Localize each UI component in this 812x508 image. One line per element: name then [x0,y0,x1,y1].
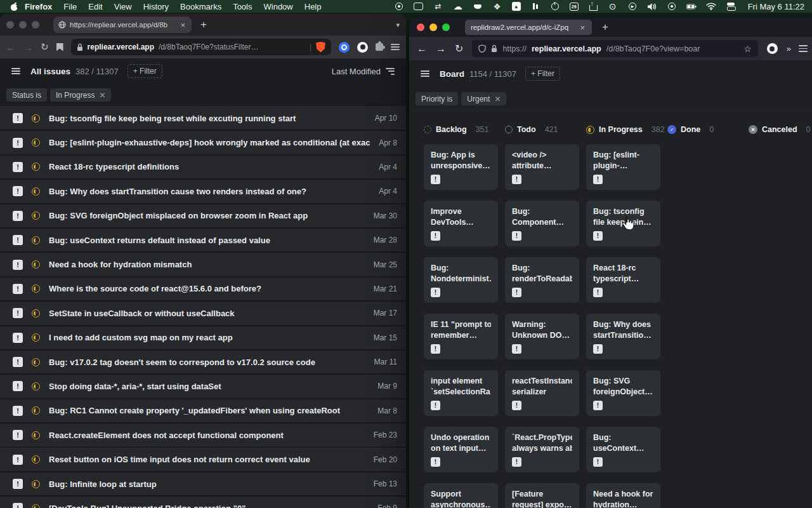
board-card[interactable]: Bug: Why doesstartTransitio… [586,314,660,359]
remove-filter-icon[interactable]: ✕ [494,95,501,104]
issue-row[interactable]: Reset button on iOS time input does not … [0,448,406,472]
forward-button[interactable]: → [23,42,33,53]
menu-bookmarks[interactable]: Bookmarks [174,2,227,11]
menu-help[interactable]: Help [299,2,327,11]
board-card[interactable]: ImproveDevTools… [424,201,498,246]
issue-row[interactable]: Bug: SVG foreignObject misplaced on brow… [0,204,406,229]
board-card[interactable]: Bug:Component… [505,201,579,246]
traffic-lights-active[interactable] [417,23,450,31]
github-extension-icon[interactable] [357,42,368,53]
board-card-hovered[interactable]: Bug: tsconfigfile keep bein… [586,201,660,246]
browser-tab-right[interactable]: replidraw2.vercel.app/d/c-iZpq × [465,20,592,35]
menu-tools[interactable]: Tools [227,2,258,11]
docker-icon[interactable] [473,1,483,11]
brave-shield-icon[interactable] [316,42,325,53]
issue-row[interactable]: Bug: useContext returns default instead … [0,229,406,253]
back-button[interactable]: ← [6,42,16,53]
browser-tab-left[interactable]: https://repliear.vercel.app/d/8b × [53,17,192,33]
extensions-puzzle-icon[interactable] [376,43,383,51]
menu-view[interactable]: View [108,2,138,11]
issue-row[interactable]: Bug: v17.0.2 tag doesn't seem to corresp… [0,351,406,375]
reload-button[interactable]: ↻ [455,43,463,55]
forward-button[interactable]: → [436,43,446,55]
board-card[interactable]: Warning:Unknown DO… [505,314,579,359]
power-icon[interactable] [608,1,618,11]
issue-row[interactable]: Bug: Infinite loop at startupFeb 13 [0,472,406,497]
issue-row[interactable]: [DevTools Bug] Unsupported Bridge operat… [0,497,406,508]
github-account-icon[interactable] [767,43,778,54]
board-card[interactable]: Undo operationon text input… [424,427,498,472]
filter-value-chip[interactable]: In Progress ✕ [50,88,111,102]
bookmark-star-icon[interactable]: ☆ [743,44,752,54]
board-card[interactable]: [Featurerequest] expo… [505,483,579,508]
board-card[interactable]: Bug:useContext… [586,427,660,472]
browser-menu-icon[interactable] [391,44,400,50]
add-filter-button[interactable]: + Filter [128,64,162,78]
issue-row[interactable]: React.createElement does not accept func… [0,424,406,448]
dropbox-icon[interactable] [492,1,502,11]
issue-row[interactable]: Bug: Why does startTransition cause two … [0,180,406,204]
issue-row[interactable]: Stop doing data-*, aria-*, start using d… [0,375,406,399]
board-card[interactable]: React 18-rctypescript… [586,257,660,303]
add-filter-button[interactable]: + Filter [525,67,560,81]
board-card[interactable]: Need a hook forhydration… [586,483,660,508]
issue-row[interactable]: React 18-rc typescript definitionsApr 4 [0,156,406,180]
battery-icon[interactable] [686,1,697,11]
issue-row[interactable]: Where is the source code of react@15.6.0… [0,277,406,302]
reload-button[interactable]: ↻ [41,41,49,53]
traffic-lights-inactive[interactable] [6,21,39,29]
app-sidebar-toggle-icon[interactable] [421,70,429,77]
record-icon[interactable] [394,1,404,11]
board-card[interactable]: Bug: [eslint-plugin-… [586,144,660,190]
bookmark-icon[interactable] [56,43,63,51]
new-tab-button[interactable]: + [598,21,612,34]
user-circle-icon[interactable] [667,1,677,11]
menu-bar-clock[interactable]: Fri May 6 11:22 [748,2,804,11]
board-card[interactable]: reactTestInstancserializer [505,370,579,416]
calendar-icon[interactable]: 29 [570,3,579,11]
stats-bars-icon[interactable] [530,1,540,11]
power-circle-icon[interactable] [550,1,560,11]
tab-close-icon[interactable]: × [579,23,586,32]
board-card[interactable]: Bug:Nondeterminist… [424,257,498,303]
issue-row[interactable]: Need a hook for hydration mismatchMar 25 [0,253,406,277]
menu-firefox[interactable]: Firefox [19,2,58,11]
app-sidebar-toggle-icon[interactable] [11,68,20,74]
board-card[interactable]: Supportasynchronous… [424,483,498,508]
issue-row[interactable]: Bug: [eslint-plugin-exhaustive-deps] hoo… [0,131,406,155]
issue-row[interactable]: I need to add custom svg map on my react… [0,326,406,351]
wifi-icon[interactable] [706,1,716,11]
sort-icon[interactable] [386,68,395,75]
board-card[interactable]: Bug: App isunresponsive… [424,144,498,190]
share-icon[interactable] [588,1,598,11]
browser-menu-icon[interactable] [799,45,808,51]
control-center-icon[interactable] [726,1,736,11]
sort-order-label[interactable]: Last Modified [332,67,381,76]
filter-value-chip[interactable]: Urgent ✕ [461,92,506,105]
menu-window[interactable]: Window [258,2,299,11]
cloud-icon[interactable] [453,1,463,11]
display-icon[interactable] [414,1,424,11]
sync-icon[interactable] [433,1,443,11]
back-button[interactable]: ← [417,43,427,55]
volume-icon[interactable] [647,1,657,11]
play-circle-icon[interactable] [627,1,638,11]
new-tab-button[interactable]: + [197,18,211,31]
issue-row[interactable]: Bug: tsconfig file keep being reset whil… [0,107,406,131]
filter-field-chip[interactable]: Priority is [416,92,458,105]
address-bar[interactable]: repliear.vercel.app /d/8bTaoq7F0e?status… [71,39,331,55]
issue-row[interactable]: Bug: RC1 Cannot create property '_update… [0,399,406,424]
board-card[interactable]: input element`setSelectionRa [424,370,498,416]
apple-menu-icon[interactable] [9,1,19,11]
board-card[interactable]: IE 11 "prompt toremember… [424,314,498,359]
filter-field-chip[interactable]: Status is [6,88,47,102]
issue-row[interactable]: SetState in useCallback or without useCa… [0,302,406,326]
board-card[interactable]: Bug: SVGforeignObject… [586,370,660,416]
tab-close-icon[interactable]: × [179,20,187,30]
menu-file[interactable]: File [58,2,82,11]
board-card[interactable]: Bug:renderToReadab [505,257,579,303]
board-card[interactable]: <video />attribute… [505,144,579,190]
tab-search-chevron-icon[interactable]: ▾ [396,21,400,29]
menu-history[interactable]: History [138,2,174,11]
board-card[interactable]: `React.PropTypealways warns ab [505,427,579,472]
